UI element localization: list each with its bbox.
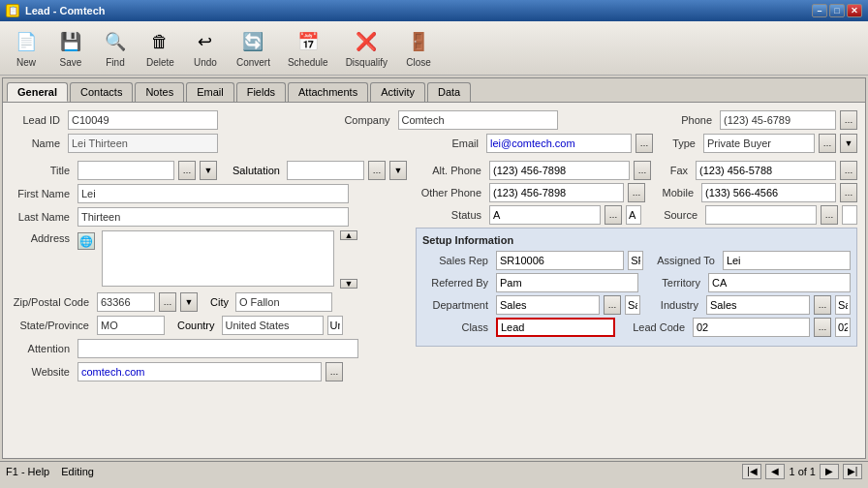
website-input[interactable]	[78, 362, 322, 381]
department-btn[interactable]: …	[604, 295, 621, 315]
address-scroll-up[interactable]: ▲	[340, 230, 357, 240]
lead-code-input[interactable]	[693, 318, 810, 337]
industry-btn[interactable]: …	[814, 295, 831, 315]
otherphone-input[interactable]	[489, 183, 624, 202]
fax-input[interactable]	[696, 161, 836, 180]
country-input[interactable]	[222, 316, 324, 335]
tab-attachments[interactable]: Attachments	[288, 82, 368, 102]
country-dropdown[interactable]: United States	[327, 316, 343, 335]
salutation-dropdown[interactable]: ▼	[389, 161, 407, 180]
convert-button[interactable]: 🔄 Convert	[230, 24, 277, 72]
salutation-btn[interactable]: …	[368, 161, 386, 180]
class-input[interactable]	[496, 318, 615, 337]
otherphone-btn[interactable]: …	[628, 183, 645, 202]
source-input[interactable]	[705, 205, 817, 225]
address-row: Address 🌐 ▲ ▼	[11, 230, 408, 289]
nav-first-btn[interactable]: |◀	[742, 464, 761, 479]
lead-code-btn[interactable]: …	[814, 318, 831, 337]
new-label: New	[16, 57, 36, 68]
assigned-to-input[interactable]	[723, 251, 851, 270]
find-button[interactable]: 🔍 Find	[95, 24, 136, 72]
tab-fields[interactable]: Fields	[236, 82, 286, 102]
tab-contacts[interactable]: Contacts	[70, 82, 133, 102]
delete-icon: 🗑	[146, 28, 173, 55]
website-btn[interactable]: …	[326, 362, 343, 381]
mobile-input[interactable]	[701, 183, 836, 202]
zip-city-row: Zip/Postal Code … ▼ City	[11, 292, 408, 312]
firstname-input[interactable]	[78, 184, 349, 203]
nav-last-btn[interactable]: ▶|	[843, 464, 862, 479]
save-button[interactable]: 💾 Save	[50, 24, 91, 72]
tab-general[interactable]: General	[7, 82, 68, 102]
status-btn[interactable]: …	[604, 205, 622, 225]
title-input[interactable]	[78, 161, 174, 180]
zip-btn[interactable]: …	[159, 292, 176, 312]
fax-label: Fax	[665, 165, 692, 176]
territory-label: Territory	[652, 277, 704, 289]
salesrep-input[interactable]	[496, 251, 624, 270]
fax-btn[interactable]: …	[840, 161, 857, 180]
status-bar: F1 - Help Editing |◀ ◀ 1 of 1 ▶ ▶|	[0, 461, 868, 480]
salesrep-label: Sales Rep	[422, 255, 492, 266]
undo-button[interactable]: ↩ Undo	[185, 24, 226, 72]
delete-label: Delete	[146, 57, 174, 68]
mobile-btn[interactable]: …	[840, 183, 857, 202]
company-input[interactable]	[398, 110, 558, 130]
title-dropdown[interactable]: ▼	[200, 161, 217, 180]
nav-next-btn[interactable]: ▶	[820, 464, 839, 479]
status-input[interactable]	[489, 205, 601, 225]
lastname-input[interactable]	[78, 207, 349, 227]
lead-id-input[interactable]	[68, 110, 218, 130]
window-title: Lead - Comtech	[25, 5, 106, 16]
industry-dropdown[interactable]: Sales	[835, 295, 851, 315]
tab-email[interactable]: Email	[186, 82, 234, 102]
phone-btn[interactable]: …	[840, 110, 857, 130]
type-btn[interactable]: …	[819, 134, 836, 153]
close-tool-button[interactable]: 🚪 Close	[398, 24, 439, 72]
type-input[interactable]	[703, 134, 815, 153]
delete-button[interactable]: 🗑 Delete	[140, 24, 181, 72]
phone-input[interactable]	[720, 110, 836, 130]
department-input[interactable]	[496, 295, 600, 315]
territory-input[interactable]	[708, 273, 851, 292]
minimize-button[interactable]: –	[812, 4, 827, 17]
city-input[interactable]	[235, 292, 332, 312]
email-input[interactable]	[486, 134, 632, 153]
address-scroll-down[interactable]: ▼	[340, 279, 357, 289]
zip-input[interactable]	[97, 292, 155, 312]
tab-activity[interactable]: Activity	[370, 82, 425, 102]
lead-code-dropdown[interactable]: 02	[835, 318, 851, 337]
schedule-button[interactable]: 📅 Schedule	[281, 24, 335, 72]
email-btn[interactable]: …	[636, 134, 653, 153]
altphone-input[interactable]	[489, 161, 630, 180]
state-input[interactable]	[97, 316, 165, 335]
attention-input[interactable]	[78, 339, 358, 358]
address-textarea[interactable]	[102, 230, 334, 287]
maximize-button[interactable]: □	[829, 4, 845, 17]
industry-input[interactable]	[706, 295, 810, 315]
source-dropdown[interactable]	[842, 205, 857, 225]
new-button[interactable]: 📄 New	[6, 24, 46, 72]
title-btn[interactable]: …	[178, 161, 196, 180]
salutation-input[interactable]	[287, 161, 364, 180]
form-area: Lead ID Company Phone … Name Email … Typ…	[3, 103, 865, 457]
disqualify-button[interactable]: ❌ Disqualify	[339, 24, 394, 72]
nav-prev-btn[interactable]: ◀	[765, 464, 785, 479]
status-dropdown[interactable]: A	[626, 205, 641, 225]
toolbar: 📄 New 💾 Save 🔍 Find 🗑 Delete ↩ Undo 🔄 Co…	[0, 21, 868, 76]
zip-dropdown[interactable]: ▼	[180, 292, 198, 312]
type-dropdown-btn[interactable]: ▼	[840, 134, 857, 153]
name-input[interactable]	[68, 134, 218, 153]
close-window-button[interactable]: ✕	[847, 4, 862, 17]
source-btn[interactable]: …	[821, 205, 838, 225]
referred-by-input[interactable]	[496, 273, 638, 292]
address-globe-btn[interactable]: 🌐	[78, 232, 95, 250]
country-label: Country	[177, 320, 215, 331]
tab-data[interactable]: Data	[427, 82, 471, 102]
tab-notes[interactable]: Notes	[135, 82, 184, 102]
page-info: 1 of 1	[789, 466, 816, 477]
top-row-2: Name Email … Type … ▼	[11, 134, 857, 153]
department-dropdown[interactable]: Sales	[625, 295, 640, 315]
salesrep-dropdown[interactable]: SR10006	[628, 251, 643, 270]
altphone-btn[interactable]: …	[634, 161, 651, 180]
